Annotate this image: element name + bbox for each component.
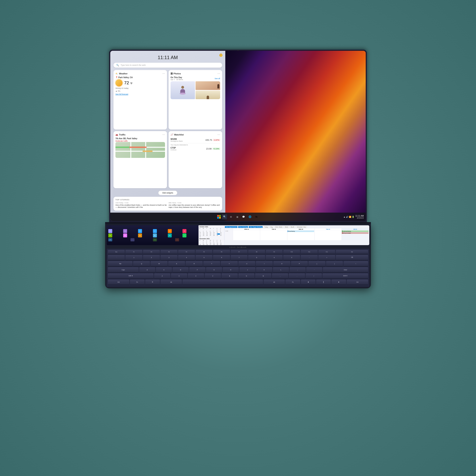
traffic-more-button[interactable]: ··· bbox=[162, 133, 165, 136]
key-j[interactable]: J bbox=[239, 267, 255, 273]
calendar-event-3[interactable]: Work up on project bbox=[342, 232, 369, 234]
windows-start-button[interactable] bbox=[217, 215, 221, 219]
key-8[interactable]: 8 bbox=[248, 255, 265, 260]
key-s[interactable]: S bbox=[156, 267, 172, 273]
week-btn[interactable]: Week bbox=[284, 226, 289, 228]
key-f11[interactable]: F11 bbox=[301, 250, 318, 254]
photos-see-all-link[interactable]: See all bbox=[215, 78, 220, 80]
key-f7[interactable]: F7 bbox=[231, 250, 248, 254]
key-fn-right[interactable]: Fn bbox=[285, 279, 300, 285]
app-bridge[interactable]: Br bbox=[153, 233, 157, 238]
key-ctrl-right[interactable]: Ctrl bbox=[347, 279, 368, 285]
key-2[interactable]: 2 bbox=[143, 255, 160, 260]
calendar-event-2[interactable]: Gardening Meeting bbox=[342, 230, 369, 232]
key-tab[interactable]: Tab bbox=[108, 261, 133, 267]
cal-slot-mon-9[interactable] bbox=[233, 230, 260, 240]
key-bracket-left[interactable]: [ bbox=[308, 261, 325, 267]
app-animate[interactable]: An bbox=[138, 233, 142, 238]
key-f5[interactable]: F5 bbox=[196, 250, 212, 254]
key-p[interactable]: P bbox=[291, 261, 308, 267]
key-b[interactable]: B bbox=[221, 273, 238, 279]
key-f12[interactable]: F12 bbox=[318, 250, 335, 254]
key-shift-left[interactable]: Shift ⬆ bbox=[108, 273, 153, 279]
schedule-view-btn[interactable]: Schedule View bbox=[296, 226, 307, 228]
app-extra-4[interactable]: ✕ bbox=[175, 238, 179, 241]
taskbar-store-button[interactable]: 🛍 bbox=[254, 214, 259, 219]
key-f6[interactable]: F6 bbox=[213, 250, 230, 254]
month-btn[interactable]: Month bbox=[290, 226, 295, 228]
key-f10[interactable]: F10 bbox=[283, 250, 300, 254]
app-premiere[interactable]: Pr bbox=[108, 229, 112, 233]
new-meeting-btn[interactable]: New Meeting bbox=[238, 226, 248, 228]
key-z[interactable]: Z bbox=[154, 273, 170, 279]
key-x[interactable]: X bbox=[171, 273, 187, 279]
taskbar-widgets-button[interactable]: ▦ bbox=[235, 214, 240, 219]
key-equals[interactable]: = bbox=[318, 255, 335, 260]
key-e[interactable]: E bbox=[168, 261, 185, 267]
key-4[interactable]: 4 bbox=[178, 255, 195, 260]
taskbar-chat-button[interactable]: 💬 bbox=[241, 214, 246, 219]
key-w[interactable]: W bbox=[151, 261, 167, 267]
key-delete[interactable]: Del bbox=[336, 250, 368, 254]
key-r[interactable]: R bbox=[186, 261, 203, 267]
key-1[interactable]: 1 bbox=[125, 255, 142, 260]
key-backspace[interactable]: ⌫ bbox=[336, 255, 368, 260]
key-l[interactable]: L bbox=[273, 267, 289, 273]
app-dreamweaver[interactable]: Dw bbox=[168, 233, 172, 238]
key-a[interactable]: A bbox=[139, 267, 155, 273]
key-m[interactable]: M bbox=[255, 273, 271, 279]
new-appointment-btn[interactable]: New Appointment bbox=[225, 226, 238, 228]
story-item-1[interactable]: USA Today · 3 min One of the smallest bl… bbox=[116, 202, 167, 209]
taskbar-search-button[interactable]: 🔍 bbox=[222, 214, 227, 219]
key-h[interactable]: H bbox=[223, 267, 239, 273]
cal-slot-thu-9[interactable] bbox=[315, 230, 341, 240]
key-f4[interactable]: F4 bbox=[178, 250, 195, 254]
key-9[interactable]: 9 bbox=[266, 255, 283, 260]
calendar-event-1[interactable]: Virtual Meeting bbox=[288, 230, 314, 232]
app-media-encoder[interactable]: Me bbox=[123, 233, 127, 238]
key-period[interactable]: . bbox=[289, 273, 305, 279]
key-win[interactable]: ⊞ bbox=[145, 279, 160, 285]
key-quote[interactable]: ' bbox=[306, 267, 322, 273]
app-photoshop[interactable]: Ps bbox=[138, 229, 142, 233]
weather-forecast-link[interactable]: See full forecast bbox=[116, 93, 165, 95]
key-g[interactable]: G bbox=[206, 267, 222, 273]
photos-more-button[interactable]: ··· bbox=[217, 72, 220, 75]
taskbar-taskview-button[interactable]: ⊞ bbox=[228, 214, 233, 219]
key-alt-left[interactable]: Alt bbox=[160, 279, 182, 285]
key-v[interactable]: V bbox=[205, 273, 221, 279]
watchlist-more-button[interactable]: ··· bbox=[217, 133, 220, 136]
key-k[interactable]: K bbox=[256, 267, 272, 273]
weather-more-button[interactable]: ··· bbox=[162, 72, 165, 75]
app-extra-3[interactable]: ⚙ bbox=[153, 238, 157, 241]
story-item-2[interactable]: ABC News · 5 min Are coffee naps the ans… bbox=[169, 202, 220, 209]
cal-slot-fri-9[interactable]: Gardening Meeting Work up on project bbox=[342, 230, 369, 240]
key-o[interactable]: O bbox=[273, 261, 290, 267]
add-widgets-button[interactable]: Add widgets bbox=[158, 191, 177, 195]
key-0[interactable]: 0 bbox=[283, 255, 300, 260]
key-arrow-up-down[interactable]: ▲▼ bbox=[316, 279, 331, 285]
app-extra-1[interactable]: CC bbox=[108, 238, 112, 241]
key-arrow-left[interactable]: ◀ bbox=[301, 279, 316, 285]
key-fn[interactable]: Fn bbox=[130, 279, 145, 285]
key-arrow-right[interactable]: ▶ bbox=[331, 279, 346, 285]
key-slash[interactable]: / bbox=[306, 273, 322, 279]
today-btn[interactable]: Today bbox=[263, 226, 269, 228]
key-bracket-right[interactable]: ] bbox=[326, 261, 343, 267]
search-bar[interactable]: 🔍 Type here to search the web bbox=[113, 63, 222, 68]
new-skype-meeting-btn[interactable]: New Skype Meeting bbox=[249, 226, 263, 228]
key-q[interactable]: Q bbox=[133, 261, 150, 267]
app-indesign[interactable]: Id bbox=[183, 229, 187, 233]
day-btn[interactable]: Day bbox=[270, 226, 273, 228]
key-i[interactable]: I bbox=[256, 261, 273, 267]
cal-slot-tue-9[interactable] bbox=[260, 230, 287, 240]
key-6[interactable]: 6 bbox=[213, 255, 230, 260]
key-backslash[interactable]: \ bbox=[343, 261, 368, 267]
key-enter[interactable]: Enter bbox=[323, 267, 368, 273]
key-c[interactable]: C bbox=[188, 273, 204, 279]
work-week-btn[interactable]: Work Week bbox=[274, 226, 283, 228]
key-t[interactable]: T bbox=[203, 261, 220, 267]
key-n[interactable]: N bbox=[238, 273, 255, 279]
key-7[interactable]: 7 bbox=[231, 255, 248, 260]
cal-slot-wed-9[interactable]: Virtual Meeting bbox=[287, 230, 314, 240]
